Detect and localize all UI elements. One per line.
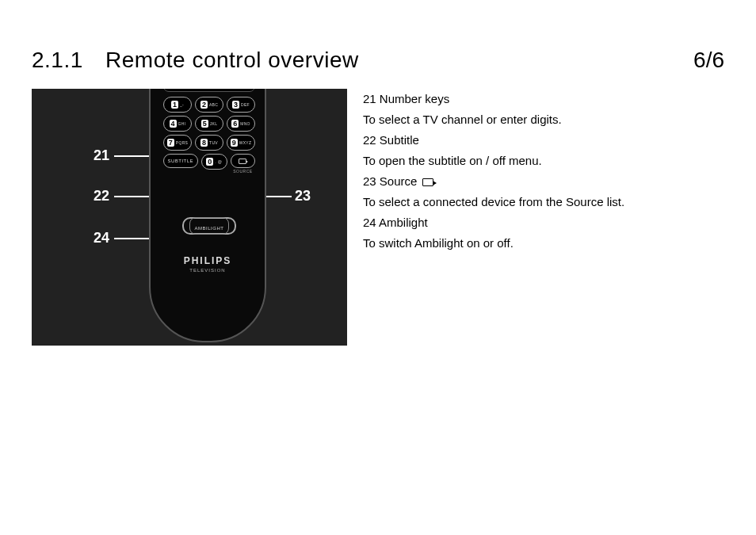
remote-figure: 21 22 24 23 1_- 2ABC 3DEF [32,89,347,346]
desc-line: To open the subtitle on / off menu. [363,151,724,171]
brand-name: PHILIPS [151,255,265,266]
brand-block: PHILIPS TELEVISION [151,255,265,273]
key-row-bottom: SUBTITLE 0. @ SOURCE [163,154,255,174]
page-number: 6/6 [693,48,724,73]
desc-line: To select a connected device from the So… [363,192,724,212]
page-title: 2.1.1 Remote control overview [32,48,359,73]
key-3: 3DEF [227,97,255,113]
key-7: 7PQRS [163,135,192,151]
source-label: SOURCE [231,169,255,174]
desc-line: To switch Ambilight on or off. [363,233,724,254]
key-8: 8TUV [195,135,223,151]
callout-24: 24 [94,230,109,246]
desc-line: 24 Ambilight [363,212,724,233]
top-partial-key [163,89,255,92]
callout-23: 23 [295,188,311,204]
desc-line: 22 Subtitle [363,130,724,151]
section-number: 2.1.1 [32,48,83,72]
title-text: Remote control overview [105,48,359,72]
desc-line: To select a TV channel or enter digits. [363,109,724,130]
content-row: 21 22 24 23 1_- 2ABC 3DEF [32,89,724,346]
brand-sub: TELEVISION [151,268,265,273]
key-subtitle: SUBTITLE [163,154,198,168]
key-9: 9WXYZ [227,135,255,151]
remote-body: 1_- 2ABC 3DEF 4GHI 5JKL 6MNO 7PQRS 8TUV … [149,89,266,342]
key-row: 7PQRS 8TUV 9WXYZ [163,135,255,151]
key-source [231,154,255,168]
key-ambilight: AMBILIGHT [182,217,236,235]
callout-21: 21 [94,147,109,164]
key-1: 1_- [163,97,192,113]
key-4: 4GHI [163,116,192,132]
desc-line: 21 Number keys [363,89,724,109]
callout-21-line [114,155,154,157]
source-icon [239,159,246,164]
key-0: 0. @ [201,154,227,170]
manual-page: 2.1.1 Remote control overview 6/6 21 22 … [0,0,756,535]
source-icon [422,178,433,186]
number-keypad: 1_- 2ABC 3DEF 4GHI 5JKL 6MNO 7PQRS 8TUV … [163,97,255,177]
page-header: 2.1.1 Remote control overview 6/6 [32,48,724,73]
key-5: 5JKL [195,116,223,132]
key-6: 6MNO [227,116,255,132]
key-row: 4GHI 5JKL 6MNO [163,116,255,132]
description-column: 21 Number keys To select a TV channel or… [363,89,724,254]
callout-22: 22 [94,188,109,204]
key-row: 1_- 2ABC 3DEF [163,97,255,113]
desc-line: 23 Source [363,171,724,192]
key-2: 2ABC [195,97,223,113]
